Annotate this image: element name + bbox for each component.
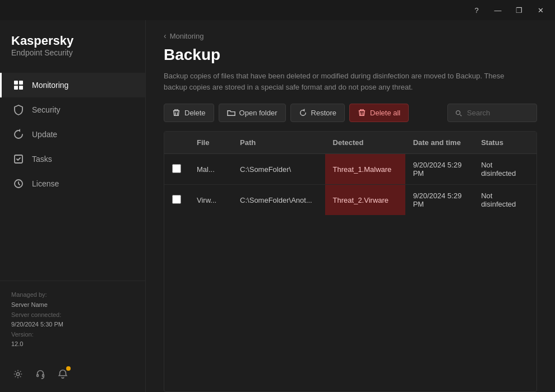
server-name: Server Name: [11, 300, 134, 310]
delete-all-button[interactable]: Delete all: [349, 104, 409, 122]
delete-all-icon: [358, 109, 366, 117]
page-description: Backup copies of files that have been de…: [164, 71, 522, 92]
restore-button[interactable]: Restore: [290, 104, 345, 122]
sidebar-nav: Monitoring Security Upd: [0, 68, 145, 281]
row-file: Virw...: [189, 185, 232, 216]
settings-button[interactable]: [7, 363, 29, 385]
app-container: Kaspersky Endpoint Security Monitoring: [0, 20, 555, 392]
toolbar: Delete Open folder Restore Delete al: [146, 104, 555, 131]
sidebar-item-label: Security: [32, 105, 61, 114]
svg-point-6: [16, 372, 19, 375]
server-info: Managed by: Server Name Server connected…: [11, 290, 134, 349]
row-path: C:\SomeFolder\Anot...: [232, 185, 325, 216]
titlebar: ? — ❐ ✕: [0, 0, 555, 20]
sidebar-item-security[interactable]: Security: [0, 97, 145, 122]
restore-icon: [299, 109, 307, 117]
table-row: Virw... C:\SomeFolder\Anot... Threat_2.V…: [164, 185, 536, 216]
sidebar-bottom-bar: [0, 358, 145, 392]
connected-time: 9/20/2024 5:30 PM: [11, 320, 134, 330]
page-title: Backup: [164, 46, 537, 64]
row-datetime: 9/20/2024 5:29 PM: [405, 154, 473, 185]
table-header-row: File Path Detected Date and time Status: [164, 132, 536, 154]
brand: Kaspersky Endpoint Security: [0, 20, 145, 68]
search-box[interactable]: [447, 104, 537, 122]
main-content: ‹ Monitoring Backup Backup copies of fil…: [146, 20, 555, 392]
delete-icon: [172, 109, 181, 117]
col-checkbox: [164, 132, 189, 154]
notifications-button[interactable]: [52, 363, 74, 385]
row-checkbox-cell[interactable]: [164, 154, 189, 185]
col-status: Status: [473, 132, 536, 154]
row-checkbox-cell[interactable]: [164, 185, 189, 216]
shield-icon: [13, 104, 24, 115]
sidebar-item-label: Update: [32, 130, 57, 139]
version-value: 12.0: [11, 339, 134, 349]
svg-point-9: [456, 110, 460, 114]
search-icon: [455, 109, 462, 117]
tag-icon: [13, 178, 24, 189]
maximize-button[interactable]: ❐: [509, 0, 529, 20]
sidebar-footer: Managed by: Server Name Server connected…: [0, 281, 145, 358]
support-button[interactable]: [29, 363, 52, 385]
sidebar: Kaspersky Endpoint Security Monitoring: [0, 20, 146, 392]
tasks-icon: [13, 153, 24, 165]
col-path: Path: [232, 132, 325, 154]
row-file: Mal...: [189, 154, 232, 185]
sidebar-item-label: Monitoring: [32, 81, 68, 90]
help-button[interactable]: ?: [466, 0, 487, 20]
delete-button[interactable]: Delete: [164, 104, 214, 122]
sidebar-item-monitoring[interactable]: Monitoring: [0, 73, 145, 97]
col-datetime: Date and time: [405, 132, 473, 154]
breadcrumb[interactable]: ‹ Monitoring: [164, 31, 537, 40]
backup-table: File Path Detected Date and time Status …: [164, 132, 536, 215]
folder-icon: [227, 109, 235, 117]
connected-label: Server connected:: [11, 310, 134, 320]
version-label: Version:: [11, 330, 134, 340]
breadcrumb-label: Monitoring: [170, 32, 204, 40]
svg-rect-0: [14, 81, 18, 85]
notification-badge: [66, 366, 71, 371]
sidebar-item-label: Tasks: [32, 155, 52, 164]
content-header: ‹ Monitoring Backup Backup copies of fil…: [146, 20, 555, 104]
breadcrumb-arrow: ‹: [164, 31, 166, 40]
close-button[interactable]: ✕: [530, 0, 551, 20]
table-container: File Path Detected Date and time Status …: [164, 131, 537, 392]
col-file: File: [189, 132, 232, 154]
col-detected: Detected: [325, 132, 405, 154]
row-detected: Threat_1.Malware: [325, 154, 405, 185]
svg-rect-2: [14, 86, 18, 90]
svg-rect-1: [19, 81, 23, 85]
sidebar-item-label: License: [32, 179, 59, 188]
open-folder-button[interactable]: Open folder: [219, 104, 286, 122]
search-input[interactable]: [467, 109, 523, 117]
brand-title: Kaspersky: [11, 34, 134, 48]
row-status: Not disinfected: [473, 154, 536, 185]
row-path: C:\SomeFolder\: [232, 154, 325, 185]
row-checkbox[interactable]: [172, 164, 181, 173]
sidebar-item-tasks[interactable]: Tasks: [0, 147, 145, 171]
sidebar-item-license[interactable]: License: [0, 171, 145, 196]
svg-rect-7: [37, 375, 39, 377]
row-checkbox[interactable]: [172, 195, 181, 204]
refresh-icon: [13, 129, 24, 140]
table-row: Mal... C:\SomeFolder\ Threat_1.Malware 9…: [164, 154, 536, 185]
grid-icon: [13, 80, 24, 91]
svg-rect-3: [19, 86, 23, 90]
svg-rect-8: [43, 375, 44, 377]
row-status: Not disinfected: [473, 185, 536, 216]
managed-label: Managed by:: [11, 290, 134, 300]
row-datetime: 9/20/2024 5:29 PM: [405, 185, 473, 216]
sidebar-item-update[interactable]: Update: [0, 122, 145, 147]
minimize-button[interactable]: —: [488, 0, 508, 20]
row-detected: Threat_2.Virware: [325, 185, 405, 216]
brand-subtitle: Endpoint Security: [11, 48, 134, 57]
